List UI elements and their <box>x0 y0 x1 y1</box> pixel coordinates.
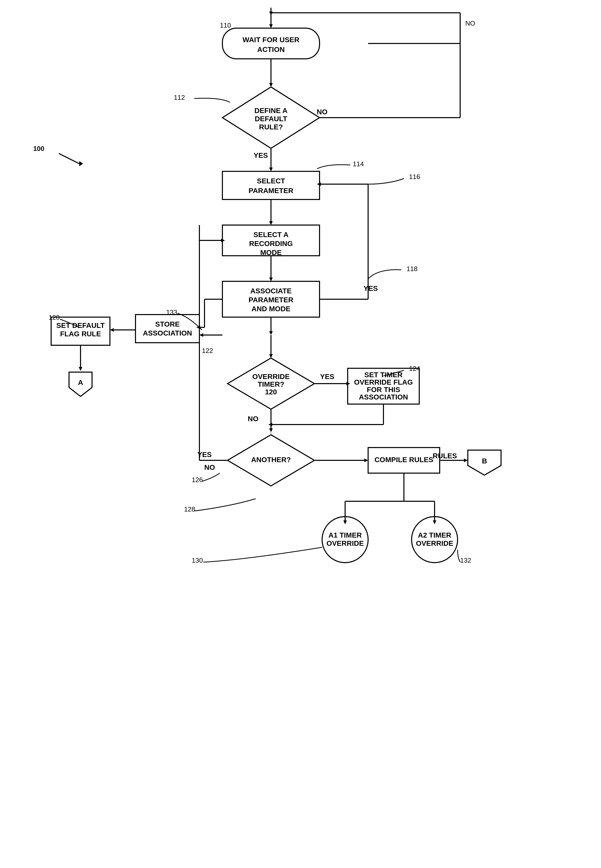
ref-116: 116 <box>409 173 420 180</box>
select-recording-mode-label3: MODE <box>260 249 282 257</box>
svg-rect-28 <box>136 315 200 343</box>
svg-marker-45 <box>268 423 272 426</box>
a1-timer-override-label: A1 TIMER <box>328 531 362 539</box>
override-timer-label2: TIMER? <box>258 380 284 388</box>
select-parameter-label2: PARAMETER <box>249 187 293 195</box>
svg-marker-3 <box>269 24 273 28</box>
ref-122: 122 <box>202 347 213 355</box>
associate-parameter-label: ASSOCIATE <box>250 287 291 295</box>
store-association-label2: ASSOCIATION <box>143 329 192 337</box>
svg-marker-67 <box>221 238 225 242</box>
svg-line-0 <box>59 153 79 164</box>
set-default-flag-rule-label: SET DEFAULT <box>56 321 105 329</box>
set-default-flag-rule-label2: FLAG RULE <box>60 330 101 338</box>
no-from-another: NO <box>204 463 215 471</box>
flowchart-container: 100 WAIT FOR USER ACTION 110 NO 112 DEFI… <box>0 0 601 868</box>
svg-marker-58 <box>343 520 347 524</box>
svg-marker-41 <box>346 382 350 385</box>
svg-marker-30 <box>200 333 203 337</box>
define-default-rule-label: DEFINE A <box>254 107 288 115</box>
override-timer-label3: 120 <box>265 388 277 396</box>
wait-for-user-action-label2: ACTION <box>257 46 285 53</box>
svg-marker-32 <box>110 328 114 332</box>
select-recording-mode-label2: RECORDING <box>249 240 293 248</box>
no-label-top: NO <box>465 20 475 27</box>
yes-from-another: YES <box>197 451 212 458</box>
svg-marker-14 <box>269 168 273 171</box>
svg-marker-17 <box>317 182 321 186</box>
set-timer-override-label3: FOR THIS <box>367 386 400 394</box>
set-timer-override-label: SET TIMER <box>364 371 403 379</box>
define-default-rule-label3: RULE? <box>259 123 283 131</box>
associate-parameter-label2: PARAMETER <box>249 296 293 304</box>
associate-parameter-label3: AND MODE <box>252 305 290 313</box>
ref-130: 130 <box>192 556 203 564</box>
no-from-define-right: NO <box>317 108 328 116</box>
svg-marker-47 <box>269 428 273 432</box>
ref-114: 114 <box>353 160 364 168</box>
set-timer-override-label4: ASSOCIATION <box>359 393 408 401</box>
svg-rect-15 <box>223 171 320 199</box>
svg-marker-27 <box>269 331 273 335</box>
svg-marker-19 <box>269 221 273 225</box>
another-label: ANOTHER? <box>251 456 291 464</box>
wait-for-user-action-label: WAIT FOR USER <box>243 36 299 44</box>
a2-timer-override-label: A2 TIMER <box>418 531 452 539</box>
svg-marker-11 <box>269 12 273 15</box>
svg-marker-22 <box>269 278 273 281</box>
ref-118: 118 <box>406 265 418 273</box>
connector-b-label: B <box>482 457 487 465</box>
rules-label: RULES <box>433 452 457 460</box>
ref-132: 132 <box>460 556 471 564</box>
a1-timer-override-label2: OVERRIDE <box>326 539 364 547</box>
override-timer-label: OVERRIDE <box>252 373 290 381</box>
svg-marker-1 <box>79 161 83 166</box>
define-default-rule-label2: DEFAULT <box>255 115 287 123</box>
svg-marker-53 <box>464 458 468 462</box>
svg-marker-35 <box>79 367 82 371</box>
svg-marker-60 <box>433 520 436 524</box>
ref-100: 100 <box>33 145 44 153</box>
yes-right-associate: YES <box>363 284 378 292</box>
compile-rules-label: COMPILE RULES <box>375 456 433 464</box>
ref-128: 128 <box>184 505 195 513</box>
yes-from-override: YES <box>320 373 334 381</box>
svg-marker-50 <box>364 458 368 462</box>
ref-112: 112 <box>174 93 185 101</box>
store-association-label: STORE <box>155 320 180 328</box>
connector-a-label: A <box>78 379 83 387</box>
select-parameter-label: SELECT <box>257 177 285 185</box>
set-timer-override-label2: OVERRIDE FLAG <box>354 378 413 386</box>
no-from-override: NO <box>248 415 258 423</box>
ref-126: 126 <box>192 476 203 484</box>
yes-from-define: YES <box>253 151 268 159</box>
ref-110: 110 <box>220 21 231 29</box>
a2-timer-override-label2: OVERRIDE <box>416 539 453 547</box>
select-recording-mode-label: SELECT A <box>253 231 288 238</box>
